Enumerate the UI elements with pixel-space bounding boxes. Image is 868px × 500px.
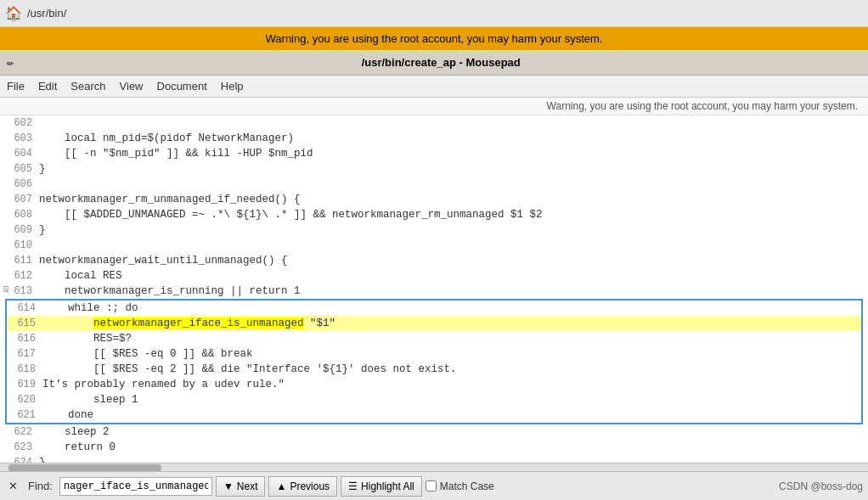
title-bar: ✏️ /usr/bin/create_ap - Mousepad (0, 50, 868, 76)
menu-search[interactable]: Search (70, 80, 105, 93)
code-line: 620 sleep 1 (7, 392, 861, 407)
code-line: 604 [[ -n "$nm_pid" ]] && kill -HUP $nm_… (3, 146, 868, 161)
code-line: 619 It's probably renamed by a udev rule… (7, 377, 861, 392)
code-line: 613 networkmanager_is_running || return … (3, 284, 868, 299)
menu-edit[interactable]: Edit (38, 80, 57, 93)
window-title: /usr/bin/create_ap - Mousepad (20, 56, 861, 69)
code-line: 612 local RES (3, 268, 868, 284)
breadcrumb-path: /usr/bin/ (27, 7, 66, 20)
previous-button[interactable]: ▲ Previous (268, 476, 337, 497)
edit-icon: ✏️ (7, 55, 14, 70)
code-line: 611 networkmanager_wait_until_unmanaged(… (3, 253, 868, 268)
find-close-button[interactable]: ✕ (5, 478, 21, 494)
match-case-checkbox[interactable] (426, 480, 437, 492)
menu-bar: File Edit Search View Document Help (0, 76, 868, 98)
code-line: 622 sleep 2 (3, 424, 868, 440)
scrollbar-thumb[interactable] (8, 464, 161, 471)
menu-document[interactable]: Document (157, 80, 207, 93)
match-case-container: Match Case (426, 480, 494, 492)
code-line: 608 [[ $ADDED_UNMANAGED =~ .*\ ${1}\ .* … (3, 207, 868, 222)
highlight-all-button[interactable]: ☰ Highlight All (341, 476, 422, 497)
status-right: CSDN @boss-dog (779, 480, 863, 492)
menu-file[interactable]: File (7, 80, 25, 93)
code-line: 610 (3, 238, 868, 253)
code-line: 603 local nm_pid=$(pidof NetworkManager) (3, 131, 868, 146)
previous-label: Previous (290, 480, 330, 492)
menu-help[interactable]: Help (221, 80, 244, 93)
horizontal-scrollbar[interactable] (0, 463, 868, 471)
code-line: 616 RES=$? (7, 331, 861, 346)
code-line: 618 [[ $RES -eq 2 ]] && die "Interface '… (7, 362, 861, 377)
breadcrumb-bar: 🏠 /usr/bin/ (0, 0, 868, 27)
next-label: Next (237, 480, 258, 492)
warning-bar-secondary: Warning, you are using the root account,… (0, 98, 868, 115)
highlight-all-icon: ☰ (348, 480, 358, 492)
code-line: 607 networkmanager_rm_unmanaged_if_neede… (3, 192, 868, 207)
find-input[interactable] (59, 477, 212, 496)
next-button[interactable]: ▼ Next (216, 476, 266, 497)
warning-bar-top: Warning, you are using the root account,… (0, 27, 868, 50)
previous-icon: ▲ (276, 480, 286, 492)
code-line: 602 (3, 115, 868, 131)
or-label: or (0, 284, 13, 295)
code-line-highlighted: 615 networkmanager_iface_is_unmanaged "$… (7, 316, 861, 331)
next-icon: ▼ (223, 480, 234, 492)
code-line: 621 done (7, 407, 861, 423)
match-case-label: Match Case (440, 480, 494, 492)
code-editor[interactable]: or 602 603 local nm_pid=$(pidof NetworkM… (0, 115, 868, 463)
code-line: 609 } (3, 222, 868, 238)
code-line: 614 while :; do (7, 301, 861, 316)
menu-view[interactable]: View (120, 80, 144, 93)
code-line: 623 return 0 (3, 440, 868, 455)
highlight-all-label: Highlight All (361, 480, 414, 492)
selection-region: 614 while :; do 615 networkmanager_iface… (5, 299, 863, 424)
code-line: 617 [[ $RES -eq 0 ]] && break (7, 346, 861, 362)
code-line: 624 } (3, 455, 868, 463)
find-label: Find: (28, 480, 53, 492)
home-icon: 🏠 (5, 5, 22, 22)
find-bar: ✕ Find: ▼ Next ▲ Previous ☰ Highlight Al… (0, 471, 868, 500)
code-line: 605 } (3, 161, 868, 177)
code-line: 606 (3, 177, 868, 192)
